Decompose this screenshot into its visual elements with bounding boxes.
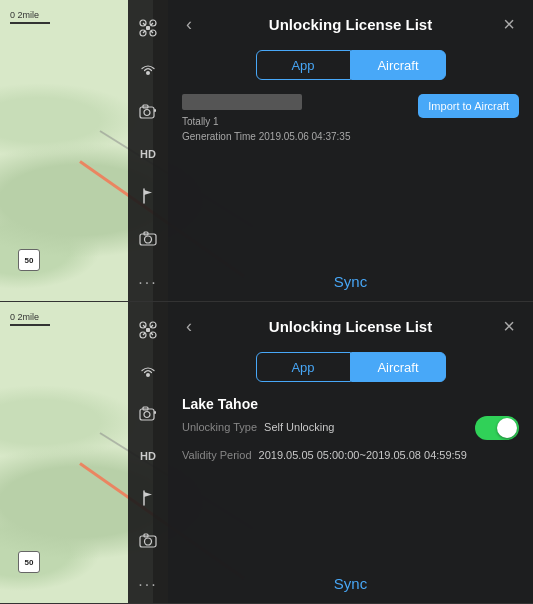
- sidebar-top: HD ···: [128, 0, 168, 302]
- modal-footer-top[interactable]: Sync: [168, 265, 533, 302]
- sidebar-icon-hd-b[interactable]: HD: [130, 438, 166, 474]
- modal-content-top: Totally 1 Generation Time 2019.05.06 04:…: [168, 88, 533, 265]
- svg-rect-30: [154, 411, 156, 414]
- license-meta: Totally 1 Generation Time 2019.05.06 04:…: [182, 114, 410, 144]
- sidebar-dots-top[interactable]: ···: [138, 274, 157, 292]
- back-button-top[interactable]: ‹: [182, 13, 196, 35]
- panel-top: 0 2mile 50: [0, 0, 533, 302]
- tab-aircraft-top[interactable]: Aircraft: [351, 50, 446, 80]
- modal-footer-bottom[interactable]: Sync: [168, 567, 533, 604]
- scale-bar-top: [10, 22, 50, 24]
- tab-app-bottom[interactable]: App: [256, 352, 351, 382]
- sidebar-dots-bottom[interactable]: ···: [138, 576, 157, 594]
- svg-point-15: [145, 236, 152, 243]
- svg-line-25: [151, 333, 153, 335]
- sidebar-icon-camera[interactable]: [130, 220, 166, 256]
- license-info: Totally 1 Generation Time 2019.05.06 04:…: [182, 94, 519, 144]
- sidebar-icon-hd[interactable]: HD: [130, 136, 166, 172]
- scale-label-bottom: 0 2mile: [10, 312, 39, 322]
- scale-label-top: 0 2mile: [10, 10, 39, 20]
- sidebar-icon-drone-b[interactable]: [130, 312, 166, 348]
- toggle-switch[interactable]: [475, 416, 519, 440]
- modal-bottom: ‹ Unlocking License List × App Aircraft …: [168, 302, 533, 604]
- unlocking-label: Unlocking Type: [182, 421, 257, 433]
- scale-bar-bottom: [10, 324, 50, 326]
- validity-label: Validity Period: [182, 449, 252, 461]
- map-scale-top: 0 2mile: [10, 10, 50, 24]
- sidebar-icon-signal-b[interactable]: [130, 354, 166, 390]
- lake-title: Lake Tahoe: [182, 396, 519, 412]
- unlocking-type-text: Unlocking Type Self Unlocking: [182, 418, 334, 438]
- sidebar-icon-flag[interactable]: [130, 178, 166, 214]
- modal-content-bottom: Lake Tahoe Unlocking Type Self Unlocking…: [168, 390, 533, 567]
- generation-value: 2019.05.06 04:37:35: [259, 131, 351, 142]
- svg-line-24: [143, 333, 145, 335]
- sidebar-icon-camera-b[interactable]: [130, 522, 166, 558]
- sidebar-icon-drone[interactable]: [130, 10, 166, 46]
- sidebar-icon-signal[interactable]: [130, 52, 166, 88]
- svg-line-23: [151, 325, 153, 327]
- svg-rect-27: [140, 409, 154, 420]
- lake-details: Unlocking Type Self Unlocking Validity P…: [182, 416, 519, 466]
- svg-line-7: [143, 31, 145, 33]
- tab-row-top: App Aircraft: [168, 44, 533, 88]
- modal-title-top: Unlocking License List: [269, 16, 432, 33]
- svg-line-22: [143, 325, 145, 327]
- svg-point-11: [144, 110, 150, 116]
- modal-header-top: ‹ Unlocking License List ×: [168, 0, 533, 44]
- back-button-bottom[interactable]: ‹: [182, 315, 196, 337]
- tab-app-top[interactable]: App: [256, 50, 351, 80]
- close-button-bottom[interactable]: ×: [499, 314, 519, 338]
- totally-label: Totally 1: [182, 116, 219, 127]
- unlocking-value: Self Unlocking: [264, 421, 334, 433]
- svg-rect-4: [146, 26, 150, 30]
- svg-rect-13: [154, 109, 156, 112]
- unlocking-type-row: Unlocking Type Self Unlocking: [182, 416, 519, 440]
- svg-point-26: [146, 373, 150, 377]
- svg-rect-21: [146, 328, 150, 332]
- sidebar-icon-camera-settings[interactable]: [130, 94, 166, 130]
- generation-label: Generation Time: [182, 131, 256, 142]
- validity-value: 2019.05.05 05:00:00~2019.05.08 04:59:59: [259, 449, 467, 461]
- tab-aircraft-bottom[interactable]: Aircraft: [351, 352, 446, 382]
- sidebar-icon-flag-b[interactable]: [130, 480, 166, 516]
- modal-header-bottom: ‹ Unlocking License List ×: [168, 302, 533, 346]
- toggle-thumb: [497, 418, 517, 438]
- route-badge-bottom: 50: [18, 551, 40, 573]
- svg-line-6: [151, 23, 153, 25]
- import-button[interactable]: Import to Aircraft: [418, 94, 519, 118]
- modal-top: ‹ Unlocking License List × App Aircraft …: [168, 0, 533, 302]
- close-button-top[interactable]: ×: [499, 12, 519, 36]
- sidebar-bottom: HD ···: [128, 302, 168, 604]
- validity-row: Validity Period 2019.05.05 05:00:00~2019…: [182, 446, 519, 466]
- panel-bottom: 0 2mile 50: [0, 302, 533, 604]
- license-name-bar: Totally 1 Generation Time 2019.05.06 04:…: [182, 94, 410, 144]
- route-badge-top: 50: [18, 249, 40, 271]
- svg-point-32: [145, 538, 152, 545]
- svg-point-28: [144, 412, 150, 418]
- tab-row-bottom: App Aircraft: [168, 346, 533, 390]
- sidebar-icon-camera-settings-b[interactable]: [130, 396, 166, 432]
- svg-line-5: [143, 23, 145, 25]
- modal-title-bottom: Unlocking License List: [269, 318, 432, 335]
- name-redacted: [182, 94, 302, 110]
- svg-line-8: [151, 31, 153, 33]
- svg-point-9: [146, 71, 150, 75]
- map-scale-bottom: 0 2mile: [10, 312, 50, 326]
- svg-rect-10: [140, 107, 154, 118]
